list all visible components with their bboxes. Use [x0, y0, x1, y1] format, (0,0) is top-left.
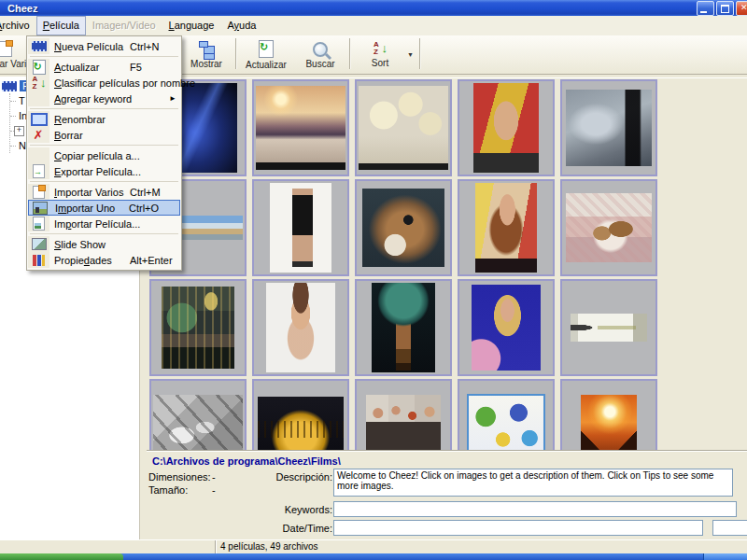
menu-item-label: Clasificar películas por nombre [54, 77, 195, 89]
menu-item-label: Renombrar [54, 114, 130, 125]
toolbar-button-sort[interactable]: Sort [353, 36, 407, 73]
thumb-cartoon-characters[interactable] [458, 379, 555, 450]
thumbnail-image [467, 394, 545, 450]
thumbnail-image [566, 193, 652, 262]
thumb-monika-banner[interactable] [560, 279, 657, 376]
toolbar-button-label: Actualizar [246, 60, 287, 70]
menubar-item-ayuda[interactable]: Ayuda [220, 16, 262, 35]
thumbnail-image [372, 283, 435, 372]
import-many-icon [0, 41, 12, 57]
menubar-item-imagen-video[interactable]: Imagen/Video [86, 16, 162, 35]
menubar-item-language[interactable]: Language [162, 16, 221, 35]
start-button-edge[interactable] [0, 553, 123, 560]
thumb-dog-on-bed[interactable] [560, 179, 657, 276]
datetime-extra-input[interactable] [712, 520, 747, 536]
thumb-beckham-portrait[interactable] [458, 79, 555, 176]
menu-item-label: Actualizar [54, 62, 130, 73]
thumb-storm-sky-statue[interactable] [560, 79, 657, 176]
close-button[interactable] [736, 1, 747, 16]
thumb-woman-black-dress[interactable] [252, 179, 349, 276]
thumbnail-image [475, 183, 537, 273]
cheez-window: Cheez Archivo Película Imagen/Video Lang… [0, 0, 747, 560]
menu-item-renombrar[interactable]: Renombrar ► [28, 111, 180, 127]
menu-item-propiedades[interactable]: Propiedades Alt+Enter ► [28, 252, 180, 268]
toolbar-button-buscar[interactable]: Buscar [293, 36, 347, 73]
thumb-women-group[interactable] [355, 379, 452, 450]
menu-item-shortcut: Ctrl+N [130, 41, 180, 52]
menubar-item-label: Language [169, 20, 215, 31]
menu-item-actualizar[interactable]: Actualizar F5 ► [28, 59, 180, 75]
menu-item-nueva-pel-cula[interactable]: Nueva Película Ctrl+N ► [28, 38, 180, 54]
menu-item-shortcut: Alt+Enter [130, 255, 180, 266]
refresh-icon [259, 40, 274, 58]
statusbar: 4 películas, 49 archivos [0, 539, 747, 553]
thumb-sled-dogs-sunset[interactable] [252, 79, 349, 176]
menu-item-slide-show[interactable]: Slide Show ► [28, 236, 180, 252]
description-input[interactable]: Welcome to Cheez! Click on images to get… [333, 469, 733, 497]
thumb-cats-bw[interactable] [149, 379, 247, 450]
menu-item-clasificar-pel-culas-por-nombre[interactable]: Clasificar películas por nombre ► [28, 75, 180, 91]
description-label: Descripción: [275, 471, 332, 483]
menu-separator [30, 181, 178, 182]
menubar-item-label: Ayuda [227, 20, 256, 31]
import-one-icon [33, 202, 48, 215]
window-title: Cheez [7, 1, 37, 16]
export-icon [33, 164, 45, 178]
system-tray-edge [703, 553, 747, 560]
menu-separator [30, 108, 178, 109]
menu-item-exportar-pel-cula[interactable]: Exportar Película... ► [28, 163, 180, 179]
toolbar-button-mostrar[interactable]: Mostrar [179, 36, 233, 73]
dimensions-label: Dimensiones: [148, 471, 211, 483]
menubar-item-pel-cula[interactable]: Película [36, 16, 86, 35]
slideshow-icon [32, 238, 47, 250]
menu-item-agregar-keyword[interactable]: Agregar keyword ► [28, 91, 180, 106]
thumb-colosseum-night[interactable] [252, 379, 349, 450]
info-panel: C:\Archivos de programa\Cheez\Films\ Dim… [147, 450, 747, 539]
tree-item-label: N [19, 140, 26, 151]
menu-item-borrar[interactable]: Borrar ► [28, 127, 180, 143]
import-many-icon [33, 186, 45, 199]
thumbnail-image [366, 395, 441, 450]
thumbnail-image [571, 314, 647, 342]
thumb-britney-blue[interactable] [458, 279, 555, 376]
properties-icon [33, 255, 45, 266]
keywords-label: Keywords: [285, 504, 332, 515]
menu-item-importar-uno[interactable]: Importar Uno Ctrl+O ► [28, 200, 180, 216]
tree-item-label: T [19, 95, 25, 106]
thumb-harbor-night[interactable] [149, 279, 247, 376]
submenu-arrow-icon: ► [169, 94, 176, 103]
tree-expander-icon[interactable]: + [14, 126, 24, 136]
size-value: - [212, 484, 216, 496]
pelicula-menu: Nueva Película Ctrl+N ► Actualizar F5 ► … [26, 35, 182, 271]
thumb-atlas-globe-art[interactable] [355, 279, 452, 376]
sort-dropdown-arrow-icon[interactable] [407, 51, 414, 58]
thumbnail-image [256, 86, 345, 170]
restore-button[interactable] [716, 1, 734, 16]
thumbnail-image [266, 283, 335, 372]
toolbar-separator [235, 38, 237, 69]
toolbar-button-actualizar[interactable]: Actualizar [239, 36, 293, 73]
thumbnail-image [566, 90, 652, 166]
thumbnail-image [258, 397, 344, 450]
menu-item-importar-pel-cula[interactable]: Importar Película... ► [28, 216, 180, 231]
menu-item-copiar-pel-cula-a[interactable]: Copiar película a... ► [28, 147, 180, 163]
menu-item-label: Nueva Película [54, 41, 130, 52]
datetime-input[interactable] [333, 520, 703, 536]
titlebar[interactable]: Cheez [0, 0, 747, 16]
rename-icon [31, 113, 48, 126]
thumb-angelina-portrait[interactable] [458, 179, 555, 276]
delete-icon [33, 129, 46, 142]
menubar-item-archivo[interactable]: Archivo [0, 16, 36, 35]
menu-separator [30, 56, 178, 57]
keywords-input[interactable] [333, 501, 737, 517]
sort-az-icon [373, 41, 388, 56]
menu-item-shortcut: Ctrl+M [130, 187, 180, 198]
thumb-dog-closeup[interactable] [355, 179, 452, 276]
thumb-kylie-portrait[interactable] [252, 279, 349, 376]
thumbnail-image [359, 86, 448, 170]
menu-item-importar-varios[interactable]: Importar Varios Ctrl+M ► [28, 184, 180, 200]
minimize-button[interactable] [697, 1, 714, 16]
statusbar-text: 4 películas, 49 archivos [216, 540, 318, 553]
thumb-gannet-birds[interactable] [355, 79, 452, 176]
thumb-pyramid-sunset[interactable] [560, 379, 657, 450]
